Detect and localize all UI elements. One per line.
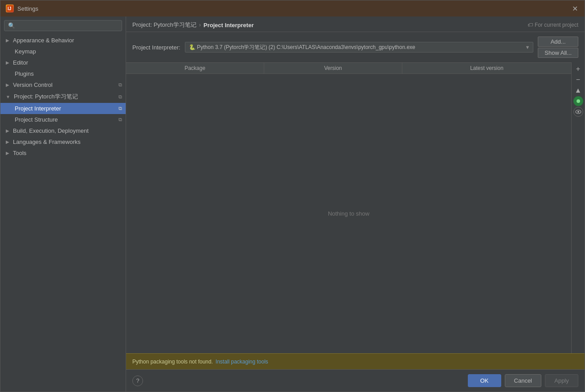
settings-dialog: IJ Settings ✕ ▶ Appearance & Behavior Ke…	[0, 0, 585, 392]
interpreter-select-wrapper: 🐍 Python 3.7 (Pytorch学习笔记) (2) C:\Users\…	[185, 42, 534, 53]
copy-icon: ⧉	[119, 94, 122, 100]
sidebar-item-label: Appearance & Behavior	[13, 37, 74, 44]
sidebar-item-languages[interactable]: ▶ Languages & Frameworks	[0, 136, 126, 147]
table-header: Package Version Latest version	[126, 62, 571, 74]
sidebar-item-keymap[interactable]: Keymap	[0, 46, 126, 57]
breadcrumb-tag: 🏷 For current project	[528, 22, 578, 28]
expand-icon: ▶	[6, 38, 9, 43]
sidebar-item-version-control[interactable]: ▶ Version Control ⧉	[0, 79, 126, 90]
expand-icon: ▶	[6, 139, 9, 144]
sidebar: ▶ Appearance & Behavior Keymap ▶ Editor	[0, 16, 126, 392]
expand-icon: ▶	[6, 128, 9, 133]
warning-bar: Python packaging tools not found. Instal…	[126, 353, 585, 369]
main-content: ▶ Appearance & Behavior Keymap ▶ Editor	[0, 16, 585, 392]
title-bar-left: IJ Settings	[6, 4, 38, 12]
breadcrumb-project: Project: Pytorch学习笔记	[132, 21, 196, 29]
interpreter-label: Project Interpreter:	[132, 44, 180, 51]
dialog-title: Settings	[17, 5, 38, 12]
help-button[interactable]: ?	[132, 376, 143, 386]
col-latest-version: Latest version	[402, 63, 571, 74]
sidebar-item-tools[interactable]: ▶ Tools	[0, 147, 126, 159]
sidebar-item-label: Tools	[13, 150, 26, 156]
expand-icon: ▶	[6, 82, 9, 87]
close-button[interactable]: ✕	[570, 4, 579, 13]
sidebar-item-label: Languages & Frameworks	[13, 139, 81, 145]
apply-button[interactable]: Apply	[545, 374, 578, 387]
tag-icon: 🏷	[528, 22, 533, 28]
title-bar: IJ Settings ✕	[0, 0, 585, 16]
cancel-button[interactable]: Cancel	[505, 374, 541, 387]
expand-icon: ▼	[6, 94, 10, 99]
breadcrumb-tag-text: For current project	[535, 22, 578, 28]
show-all-button[interactable]: Show All...	[538, 48, 578, 58]
sidebar-item-label: Project: Pytorch学习笔记	[14, 93, 78, 101]
copy-icon: ⧉	[119, 106, 122, 111]
sidebar-item-label: Project Structure	[15, 116, 58, 123]
scroll-up-button[interactable]: ▲	[573, 86, 583, 95]
table-container: Package Version Latest version Nothing t…	[126, 62, 571, 353]
table-area: Package Version Latest version Nothing t…	[126, 62, 585, 353]
col-version: Version	[264, 63, 402, 74]
bottom-bar: ? OK Cancel Apply	[126, 369, 585, 392]
breadcrumb: Project: Pytorch学习笔记 › Project Interpret…	[126, 16, 585, 32]
sidebar-item-label: Build, Execution, Deployment	[13, 127, 89, 134]
svg-point-5	[577, 111, 579, 113]
expand-icon: ▶	[6, 151, 9, 155]
sidebar-item-label: Keymap	[15, 48, 36, 55]
remove-package-button[interactable]: −	[573, 75, 583, 85]
sidebar-item-label: Project Interpreter	[15, 105, 61, 112]
breadcrumb-separator: ›	[199, 22, 201, 28]
side-toolbar: + − ▲	[571, 62, 585, 353]
install-tools-link[interactable]: Install packaging tools	[216, 359, 268, 365]
add-package-button[interactable]: +	[573, 64, 583, 74]
sidebar-item-project-structure[interactable]: Project Structure ⧉	[0, 114, 126, 125]
right-panel: Project: Pytorch学习笔记 › Project Interpret…	[126, 16, 585, 392]
sidebar-item-label: Editor	[13, 59, 28, 66]
copy-icon: ⧉	[119, 82, 122, 88]
svg-text:IJ: IJ	[8, 6, 11, 11]
copy-icon: ⧉	[119, 117, 122, 122]
sidebar-item-project-interpreter[interactable]: Project Interpreter ⧉	[0, 103, 126, 114]
sidebar-item-appearance[interactable]: ▶ Appearance & Behavior	[0, 35, 126, 46]
sidebar-item-plugins[interactable]: Plugins	[0, 68, 126, 79]
add-interpreter-button[interactable]: Add...	[538, 37, 578, 47]
table-body: Nothing to show	[126, 74, 571, 353]
interpreter-actions: Add... Show All...	[538, 37, 578, 58]
sidebar-item-build[interactable]: ▶ Build, Execution, Deployment	[0, 125, 126, 136]
expand-icon: ▶	[6, 60, 9, 65]
install-package-button[interactable]	[573, 96, 583, 106]
col-package: Package	[126, 63, 264, 74]
app-icon: IJ	[6, 4, 14, 12]
interpreter-select[interactable]: 🐍 Python 3.7 (Pytorch学习笔记) (2) C:\Users\…	[185, 42, 534, 53]
interpreter-row: Project Interpreter: 🐍 Python 3.7 (Pytor…	[126, 32, 585, 62]
ok-button[interactable]: OK	[468, 374, 501, 387]
breadcrumb-page: Project Interpreter	[204, 22, 254, 29]
warning-text: Python packaging tools not found.	[132, 359, 213, 365]
search-input[interactable]	[4, 20, 122, 31]
sidebar-item-editor[interactable]: ▶ Editor	[0, 57, 126, 68]
toggle-view-button[interactable]	[573, 107, 583, 117]
empty-state-text: Nothing to show	[328, 210, 369, 217]
sidebar-item-project-pytorch[interactable]: ▼ Project: Pytorch学习笔记 ⧉	[0, 90, 126, 103]
sidebar-item-label: Plugins	[15, 70, 34, 77]
sidebar-item-label: Version Control	[13, 82, 53, 88]
svg-point-3	[577, 99, 580, 103]
